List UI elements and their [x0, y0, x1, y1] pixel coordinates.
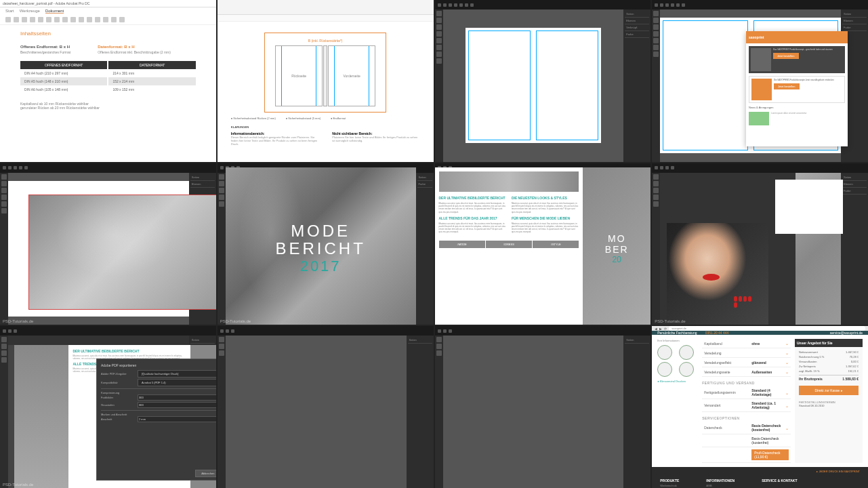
col1-header: Offenes Endformat: B x H [20, 45, 70, 49]
option-row[interactable]: Veredelung⌄ [702, 348, 791, 358]
tab-bar[interactable]: Start Werkzeuge Dokument [0, 7, 216, 15]
site-footer: ▸ JEDER DRUCK EIN SAXOPRINT [652, 467, 868, 476]
window-titlebar: datasheet_hardcover_portrait.pdf - Adobe… [0, 0, 216, 7]
canvas[interactable]: DER ULTIMATIVE BEBILDERTE BERICHT Maximu… [435, 173, 651, 325]
app-toolbar[interactable] [0, 163, 216, 173]
indesign-image-edit: SeitenEbenenFarbe PSD-Tutorials.de [652, 163, 868, 325]
compat-select[interactable]: Acrobat 5 (PDF 1.4) [138, 379, 216, 386]
option-row[interactable]: VeredelungsseiteAußenseiten⌄ [702, 367, 791, 377]
url-bar[interactable]: saxoprint.de [669, 326, 865, 331]
toolbar[interactable] [0, 15, 216, 25]
panels[interactable]: SeitenFarbe [416, 173, 434, 325]
dialog-title: Adobe PDF exportieren [101, 363, 216, 367]
cover-image[interactable]: MODEBERICHT 2017 [226, 167, 416, 325]
option-row[interactable]: Veredelungseffektglänzend⌄ [702, 358, 791, 367]
indesign-panel: Seiten [218, 326, 434, 488]
tab-bar[interactable] [218, 0, 434, 15]
cart-summary: Unser Angebot für Sie Nettowarenwert1.46… [795, 339, 863, 463]
tool-palette[interactable] [652, 173, 660, 325]
tool-palette[interactable] [652, 9, 660, 162]
image-strip [439, 171, 579, 192]
col2-header: Datenformat: B x H [98, 45, 171, 49]
option-row[interactable]: VersandartStandard (ca. 1 Arbeitstag)⌄ [702, 399, 791, 412]
acrobat-panel-2: B (inkl. Rückenstärke*) Rückseite Vorder… [218, 0, 434, 162]
magazine-spread[interactable]: DER ULTIMATIVE BEBILDERTE BERICHT Maximu… [435, 167, 651, 325]
placed-image[interactable] [28, 195, 216, 310]
pdf-export-dialog[interactable]: Adobe PDF exportieren Adobe PDF-Vorgabe:… [96, 359, 216, 481]
app-toolbar[interactable] [652, 163, 868, 173]
watermark: PSD-Tutorials.de [655, 319, 685, 323]
portrait-photo[interactable] [667, 223, 768, 325]
legend: ● Sicherheitsabstand Rücken (2 mm)● Sich… [231, 117, 420, 120]
config-options: Kapitalbandohne⌄Veredelung⌄Veredelungsef… [702, 339, 791, 463]
front-page: Vorderseite [328, 45, 375, 106]
cert-badges: Ihre Informationen ● Klimaneutral Drucke… [657, 339, 698, 463]
cancel-button[interactable]: Abbrechen [195, 470, 216, 477]
app-toolbar[interactable] [435, 0, 651, 9]
canvas[interactable]: DER ULTIMATIVE BEBILDERTE BERICHTMaximus… [8, 345, 216, 488]
cta-button[interactable]: Jetzt bestellen [773, 53, 799, 60]
tool-palette[interactable] [0, 336, 8, 488]
panels[interactable]: SeitenEbenenFarbe [841, 173, 868, 325]
logo: saxoprint [749, 35, 764, 39]
tag-bar: #MODE #DRESS #STYLE [439, 241, 579, 248]
format-table: OFFENES ENDFORMAT DIN A4 hoch (210 x 297… [20, 61, 196, 94]
acrobat-panel-1: datasheet_hardcover_portrait.pdf - Adobe… [0, 0, 216, 162]
watermark: PSD-Tutorials.de [3, 483, 33, 487]
option-row[interactable]: Kapitalbandohne⌄ [702, 339, 791, 348]
tool-palette[interactable] [218, 173, 226, 325]
canvas[interactable] [660, 173, 841, 325]
app-toolbar[interactable] [0, 326, 216, 336]
page-spread[interactable]: saxoprint Das SAXOPRINT Produktkonzept –… [660, 18, 841, 153]
document-content: Inhaltsseiten Offenes Endformat: B x HBe… [0, 25, 216, 115]
watermark: PSD-Tutorials.de [438, 319, 468, 323]
indesign-cover-design: SeitenFarbe MODEBERICHT 2017 PSD-Tutoria… [218, 163, 434, 325]
canvas[interactable]: saxoprint Das SAXOPRINT Produktkonzept –… [660, 9, 841, 162]
preset-select[interactable]: [Qualitativ hochwertiger Druck] [138, 370, 216, 378]
notes: Kapitalband ab 10 mm Rückenstärke wählba… [20, 102, 196, 110]
canvas[interactable] [443, 9, 624, 162]
watermark: PSD-Tutorials.de [3, 319, 33, 323]
indesign-image-placement: SeitenEbenen PSD-Tutorials.de [0, 163, 216, 325]
indesign-panel: Seiten [435, 326, 651, 488]
color-input[interactable] [138, 394, 216, 401]
panels[interactable]: SeitenEbenenVerknüpf.Farbe [623, 9, 650, 162]
gray-input[interactable] [138, 402, 216, 408]
bleed-input[interactable] [138, 416, 216, 422]
browser-chrome[interactable]: ◀▶⟳saxoprint.de [652, 326, 868, 331]
toolbar[interactable] [218, 15, 434, 22]
page-title: Inhaltsseiten [20, 30, 196, 37]
tab-document[interactable]: Dokument [45, 9, 64, 14]
canvas: B (inkl. Rückenstärke*) Rückseite Vorder… [218, 22, 434, 153]
saxoprint-checkout: ◀▶⟳saxoprint.de Persönliche Fachberatung… [652, 326, 868, 488]
indesign-magazine-spread: DER ULTIMATIVE BEBILDERTE BERICHT Maximu… [435, 163, 651, 325]
checkout-button[interactable]: Direkt zur Kasse ▸ [799, 386, 859, 395]
tool-palette[interactable] [435, 9, 443, 162]
tab-start[interactable]: Start [5, 9, 14, 14]
watermark: PSD-Tutorials.de [220, 319, 251, 323]
tab-tools[interactable]: Werkzeuge [20, 9, 40, 14]
canvas[interactable]: MODEBERICHT 2017 [226, 173, 416, 325]
white-frame[interactable] [775, 180, 843, 234]
indesign-pdf-export: Seiten DER ULTIMATIVE BEBILDERTE BERICHT… [0, 326, 216, 488]
cover-frame: B (inkl. Rückenstärke*) Rückseite Vorder… [264, 33, 386, 113]
indesign-blank-spread: SeitenEbenenVerknüpf.Farbe [435, 0, 651, 162]
page-spread[interactable] [466, 28, 601, 143]
back-page: Rückseite [275, 45, 323, 106]
page-spread[interactable] [8, 181, 189, 317]
indesign-web-mockup: SeitenEbenenFarbe saxoprint Das SAXOPRIN… [652, 0, 868, 162]
spine [323, 45, 327, 106]
app-toolbar[interactable] [652, 0, 868, 9]
web-mockup: saxoprint Das SAXOPRINT Produktkonzept –… [746, 31, 848, 146]
option-row[interactable]: FertigstellungsterminStandard (4 Arbeits… [702, 386, 791, 399]
tool-palette[interactable] [0, 173, 8, 325]
canvas[interactable] [8, 173, 189, 325]
